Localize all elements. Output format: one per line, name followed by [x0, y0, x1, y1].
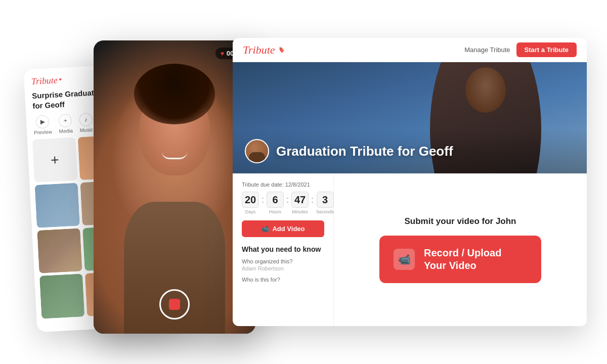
minutes-value: 47 [291, 192, 309, 208]
manage-tribute-link[interactable]: Manage Tribute [464, 46, 510, 54]
photo-cell-3 [35, 183, 80, 228]
media-label: Media [59, 128, 73, 134]
web-logo: Tribute 🔖 [243, 43, 285, 57]
add-video-button[interactable]: 📹 Add Video [242, 220, 324, 237]
web-left-panel: Tribute due date: 12/8/2021 20 Days : 6 … [233, 173, 334, 326]
sep-3: : [311, 195, 314, 205]
mobile-logo: Tribute ♥ [31, 75, 62, 87]
record-stop-button[interactable] [159, 289, 190, 320]
music-label: Music [80, 127, 94, 133]
web-nav: Manage Tribute Start a Tribute [464, 42, 577, 57]
stop-icon [169, 299, 180, 310]
know-q-2: Who is this for? [242, 277, 324, 283]
know-q-1: Who organized this? [242, 258, 324, 264]
scene: Tribute ♥ ≡ Surprise Graduation Video Mo… [0, 0, 607, 364]
sep-2: : [286, 195, 289, 205]
seconds-unit: 3 Seconds [316, 192, 334, 214]
days-value: 20 [242, 192, 259, 208]
camera-icon: 📹 [394, 249, 415, 270]
add-photo-cell[interactable]: + [32, 138, 77, 183]
hours-unit: 6 Hours [267, 192, 284, 214]
know-item-1: Who organized this? Adam Robertson [242, 258, 324, 271]
know-item-2: Who is this for? [242, 277, 324, 283]
hero-title: Graduation Tribute for Geoff [276, 144, 453, 159]
video-content: ♥ 00:04 [94, 40, 255, 334]
hero-avatar [245, 139, 269, 163]
music-action[interactable]: ♪ Music [79, 113, 93, 133]
days-label: Days [245, 209, 256, 214]
hours-label: Hours [269, 209, 281, 214]
mobile-logo-text: Tribute [31, 75, 58, 87]
timer-heart-icon: ♥ [221, 50, 224, 57]
photo-cell-6 [37, 228, 82, 273]
record-upload-label: Record / UploadYour Video [424, 247, 501, 272]
add-video-label: Add Video [272, 225, 305, 233]
web-header: Tribute 🔖 Manage Tribute Start a Tribute [233, 38, 587, 62]
smile-sim [162, 152, 187, 159]
seconds-value: 3 [317, 192, 334, 208]
due-date-label: Tribute due date: 12/8/2021 [242, 181, 324, 188]
hours-value: 6 [267, 192, 284, 208]
web-bookmark-icon: 🔖 [278, 47, 285, 53]
web-hero: Graduation Tribute for Geoff [233, 62, 587, 173]
know-a-1: Adam Robertson [242, 265, 324, 271]
media-icon: + [59, 114, 72, 127]
mobile-heart-icon: ♥ [59, 76, 62, 81]
sep-1: : [262, 195, 264, 205]
photo-cell-9 [39, 274, 84, 318]
web-content: Tribute due date: 12/8/2021 20 Days : 6 … [233, 173, 587, 326]
record-upload-button[interactable]: 📹 Record / UploadYour Video [379, 236, 541, 283]
seconds-label: Seconds [316, 209, 334, 214]
submit-title: Submit your video for John [404, 216, 516, 226]
what-to-know-heading: What you need to know [242, 245, 324, 253]
hair-sim [134, 64, 215, 124]
web-app-card: Tribute 🔖 Manage Tribute Start a Tribute… [233, 38, 587, 326]
add-icon: + [51, 152, 60, 168]
web-logo-text: Tribute [243, 43, 275, 57]
hero-overlay: Graduation Tribute for Geoff [233, 129, 587, 173]
days-unit: 20 Days [242, 192, 259, 214]
preview-label: Preview [34, 129, 52, 135]
media-action[interactable]: + Media [58, 114, 73, 134]
preview-action[interactable]: ▶ Preview [33, 115, 52, 135]
minutes-unit: 47 Minutes [291, 192, 309, 214]
add-video-camera-icon: 📹 [261, 225, 269, 233]
music-icon: ♪ [79, 113, 93, 126]
start-tribute-button[interactable]: Start a Tribute [516, 42, 577, 57]
preview-icon: ▶ [35, 115, 49, 128]
minutes-label: Minutes [292, 209, 308, 214]
web-right-panel: Submit your video for John 📹 Record / Up… [334, 173, 587, 326]
countdown: 20 Days : 6 Hours : 47 Minutes : [242, 192, 324, 214]
video-recording-card: ♥ 00:04 [94, 40, 255, 334]
